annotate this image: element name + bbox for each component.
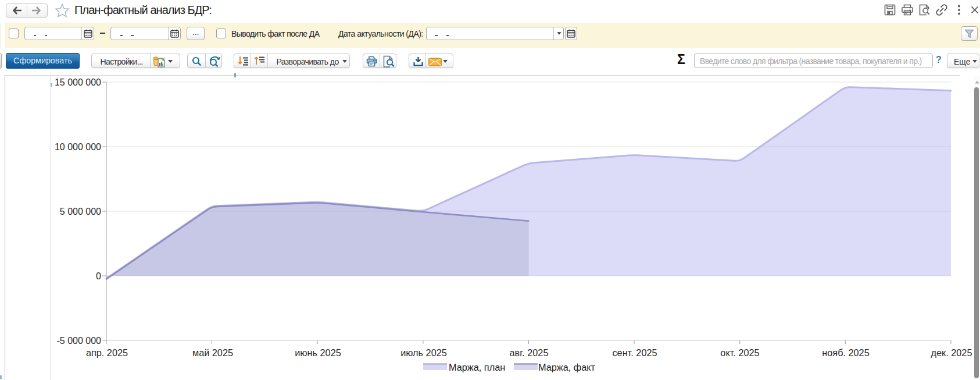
- svg-text:сент. 2025: сент. 2025: [612, 347, 657, 358]
- svg-text:нояб. 2025: нояб. 2025: [822, 347, 869, 358]
- svg-text:апр. 2025: апр. 2025: [86, 347, 128, 358]
- svg-text:Маржа, план: Маржа, план: [449, 362, 505, 372]
- svg-text:окт. 2025: окт. 2025: [720, 347, 759, 358]
- svg-text:июнь 2025: июнь 2025: [295, 347, 341, 358]
- svg-text:0: 0: [96, 271, 101, 281]
- svg-text:дек. 2025: дек. 2025: [931, 347, 972, 358]
- svg-text:Маржа, факт: Маржа, факт: [538, 362, 596, 372]
- svg-text:авг. 2025: авг. 2025: [510, 347, 549, 358]
- svg-text:5 000 000: 5 000 000: [60, 207, 101, 216]
- svg-text:июль 2025: июль 2025: [400, 347, 447, 358]
- svg-text:май 2025: май 2025: [192, 347, 233, 358]
- svg-text:10 000 000: 10 000 000: [55, 142, 101, 152]
- svg-text:15 000 000: 15 000 000: [55, 77, 101, 87]
- svg-text:-5 000 000: -5 000 000: [56, 336, 101, 346]
